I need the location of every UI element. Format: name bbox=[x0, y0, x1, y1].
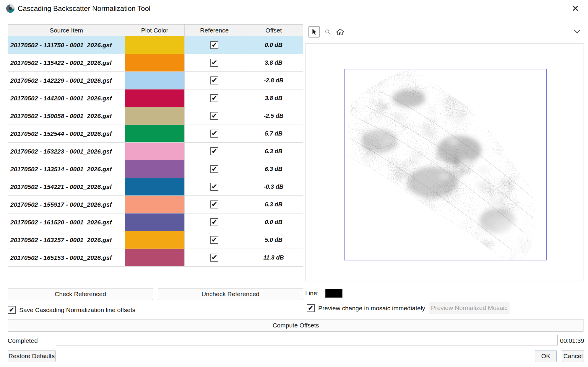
check-icon: ✔ bbox=[211, 218, 217, 226]
home-tool-button[interactable] bbox=[336, 26, 345, 37]
pointer-icon bbox=[311, 28, 317, 36]
plot-color-swatch[interactable] bbox=[125, 107, 185, 125]
source-item-cell[interactable]: 20170502 - 131750 - 0001_2026.gsf bbox=[8, 36, 125, 54]
reference-checkbox[interactable]: ✔ bbox=[185, 160, 244, 178]
check-icon: ✔ bbox=[211, 59, 217, 66]
table-row[interactable]: 20170502 - 161520 - 0001_2026.gsf✔0.0 dB bbox=[8, 213, 303, 231]
progress-label: Completed bbox=[8, 337, 38, 344]
table-header: Source Item Plot Color Reference Offset bbox=[8, 25, 303, 36]
close-button[interactable]: ✕ bbox=[571, 3, 580, 14]
line-color-swatch[interactable] bbox=[325, 289, 342, 298]
plot-color-swatch[interactable] bbox=[125, 196, 185, 213]
check-icon: ✔ bbox=[9, 306, 14, 313]
progress-bar bbox=[56, 335, 558, 345]
home-icon bbox=[336, 28, 344, 35]
source-item-cell[interactable]: 20170502 - 161520 - 0001_2026.gsf bbox=[8, 213, 125, 231]
reference-checkbox[interactable]: ✔ bbox=[185, 54, 244, 71]
source-item-cell[interactable]: 20170502 - 133514 - 0001_2026.gsf bbox=[8, 160, 125, 178]
reference-checkbox[interactable]: ✔ bbox=[185, 143, 244, 160]
table-row[interactable]: 20170502 - 154221 - 0001_2026.gsf✔-0.3 d… bbox=[8, 178, 303, 196]
title-bar: Cascading Backscatter Normalization Tool… bbox=[0, 0, 588, 17]
plot-color-swatch[interactable] bbox=[125, 143, 185, 160]
offset-cell[interactable]: 6.3 dB bbox=[244, 160, 303, 178]
check-icon: ✔ bbox=[211, 148, 217, 155]
plot-color-swatch[interactable] bbox=[125, 89, 185, 107]
header-reference[interactable]: Reference bbox=[185, 25, 244, 36]
table-row[interactable]: 20170502 - 163257 - 0001_2026.gsf✔5.0 dB bbox=[8, 231, 303, 249]
preview-mosaic-button[interactable]: Preview Normalized Mosaic bbox=[429, 302, 509, 314]
offset-cell[interactable]: 0.0 dB bbox=[244, 36, 303, 54]
offset-cell[interactable]: 5.7 dB bbox=[244, 125, 303, 142]
source-item-cell[interactable]: 20170502 - 155917 - 0001_2026.gsf bbox=[8, 196, 125, 213]
reference-checkbox[interactable]: ✔ bbox=[185, 231, 244, 249]
source-item-cell[interactable]: 20170502 - 153223 - 0001_2026.gsf bbox=[8, 143, 125, 160]
offset-cell[interactable]: -2.8 dB bbox=[244, 72, 303, 89]
source-item-cell[interactable]: 20170502 - 142229 - 0001_2026.gsf bbox=[8, 72, 125, 89]
plot-color-swatch[interactable] bbox=[125, 125, 185, 142]
collapse-panel-button[interactable] bbox=[572, 28, 582, 35]
plot-color-swatch[interactable] bbox=[125, 231, 185, 249]
source-item-cell[interactable]: 20170502 - 165153 - 0001_2026.gsf bbox=[8, 249, 125, 266]
check-icon: ✔ bbox=[211, 94, 217, 102]
offset-cell[interactable]: 5.0 dB bbox=[244, 231, 303, 249]
preview-change-checkbox[interactable]: ✔ bbox=[307, 304, 315, 312]
mosaic-viewport[interactable] bbox=[305, 43, 584, 281]
check-icon: ✔ bbox=[211, 41, 217, 48]
progress-time: 00:01:39 bbox=[559, 337, 584, 344]
header-offset[interactable]: Offset bbox=[244, 25, 303, 36]
save-offsets-checkbox[interactable]: ✔ bbox=[8, 306, 16, 314]
source-item-cell[interactable]: 20170502 - 135422 - 0001_2026.gsf bbox=[8, 54, 125, 71]
table-row[interactable]: 20170502 - 131750 - 0001_2026.gsf✔0.0 dB bbox=[8, 36, 303, 54]
offset-cell[interactable]: 3.8 dB bbox=[244, 54, 303, 71]
pointer-tool-button[interactable] bbox=[308, 26, 320, 37]
reference-checkbox[interactable]: ✔ bbox=[185, 196, 244, 213]
plot-color-swatch[interactable] bbox=[125, 36, 185, 54]
reference-checkbox[interactable]: ✔ bbox=[185, 213, 244, 231]
offset-cell[interactable]: -0.3 dB bbox=[244, 178, 303, 195]
table-row[interactable]: 20170502 - 153223 - 0001_2026.gsf✔6.3 dB bbox=[8, 143, 303, 160]
source-item-cell[interactable]: 20170502 - 152544 - 0001_2026.gsf bbox=[8, 125, 125, 142]
source-item-cell[interactable]: 20170502 - 163257 - 0001_2026.gsf bbox=[8, 231, 125, 249]
plot-color-swatch[interactable] bbox=[125, 54, 185, 71]
table-row[interactable]: 20170502 - 155917 - 0001_2026.gsf✔6.3 dB bbox=[8, 196, 303, 213]
table-row[interactable]: 20170502 - 142229 - 0001_2026.gsf✔-2.8 d… bbox=[8, 72, 303, 89]
plot-color-swatch[interactable] bbox=[125, 72, 185, 89]
reference-checkbox[interactable]: ✔ bbox=[185, 249, 244, 266]
header-plot-color[interactable]: Plot Color bbox=[125, 25, 185, 36]
header-source-item[interactable]: Source Item bbox=[8, 25, 125, 36]
table-row[interactable]: 20170502 - 165153 - 0001_2026.gsf✔11.3 d… bbox=[8, 249, 303, 267]
reference-checkbox[interactable]: ✔ bbox=[185, 125, 244, 142]
check-icon: ✔ bbox=[211, 77, 217, 84]
offset-cell[interactable]: -2.5 dB bbox=[244, 107, 303, 125]
source-item-cell[interactable]: 20170502 - 154221 - 0001_2026.gsf bbox=[8, 178, 125, 195]
reference-checkbox[interactable]: ✔ bbox=[185, 178, 244, 195]
offset-cell[interactable]: 6.3 dB bbox=[244, 196, 303, 213]
check-referenced-button[interactable]: Check Referenced bbox=[8, 288, 153, 300]
source-item-cell[interactable]: 20170502 - 150058 - 0001_2026.gsf bbox=[8, 107, 125, 125]
zoom-tool-button[interactable] bbox=[324, 26, 332, 37]
reference-checkbox[interactable]: ✔ bbox=[185, 89, 244, 107]
plot-color-swatch[interactable] bbox=[125, 249, 185, 266]
compute-offsets-button[interactable]: Compute Offsets bbox=[8, 319, 584, 332]
offset-cell[interactable]: 3.8 dB bbox=[244, 89, 303, 107]
ok-button[interactable]: OK bbox=[535, 350, 557, 362]
cancel-button[interactable]: Cancel bbox=[562, 350, 584, 362]
plot-color-swatch[interactable] bbox=[125, 213, 185, 231]
table-row[interactable]: 20170502 - 133514 - 0001_2026.gsf✔6.3 dB bbox=[8, 160, 303, 178]
reference-checkbox[interactable]: ✔ bbox=[185, 107, 244, 125]
table-row[interactable]: 20170502 - 152544 - 0001_2026.gsf✔5.7 dB bbox=[8, 125, 303, 143]
plot-color-swatch[interactable] bbox=[125, 178, 185, 195]
table-row[interactable]: 20170502 - 135422 - 0001_2026.gsf✔3.8 dB bbox=[8, 54, 303, 72]
table-row[interactable]: 20170502 - 150058 - 0001_2026.gsf✔-2.5 d… bbox=[8, 107, 303, 125]
offset-cell[interactable]: 11.3 dB bbox=[244, 249, 303, 266]
source-item-cell[interactable]: 20170502 - 144208 - 0001_2026.gsf bbox=[8, 89, 125, 107]
reference-checkbox[interactable]: ✔ bbox=[185, 72, 244, 89]
restore-defaults-button[interactable]: Restore Defaults bbox=[8, 350, 56, 362]
offset-cell[interactable]: 6.3 dB bbox=[244, 143, 303, 160]
table-row[interactable]: 20170502 - 144208 - 0001_2026.gsf✔3.8 dB bbox=[8, 89, 303, 107]
offset-cell[interactable]: 0.0 dB bbox=[244, 213, 303, 231]
reference-checkbox[interactable]: ✔ bbox=[185, 36, 244, 54]
uncheck-referenced-button[interactable]: Uncheck Referenced bbox=[158, 288, 303, 300]
plot-color-swatch[interactable] bbox=[125, 160, 185, 178]
sonar-mosaic-image bbox=[306, 44, 584, 281]
